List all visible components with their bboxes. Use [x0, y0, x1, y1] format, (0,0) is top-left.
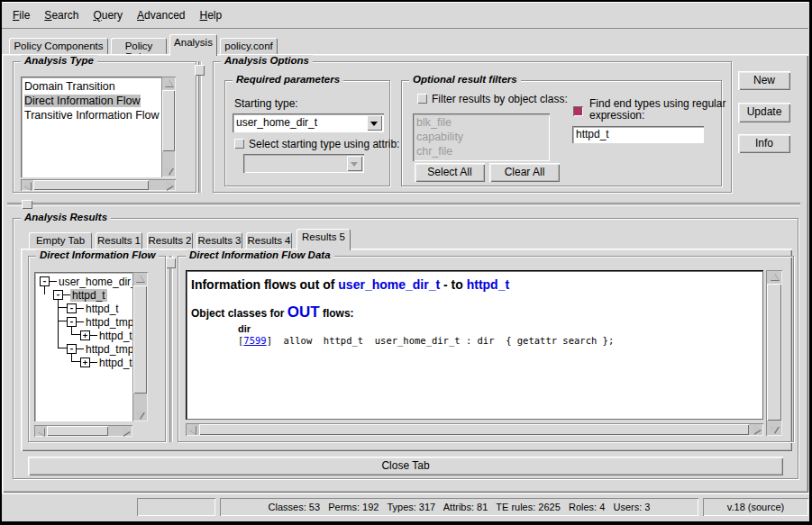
flow-data-title: Direct Information Flow Data: [186, 249, 334, 260]
tab-results-5[interactable]: Results 5: [297, 229, 351, 250]
expand-icon[interactable]: +: [80, 330, 90, 340]
object-class-listbox-disabled: blk_file capability chr_file: [413, 113, 550, 161]
apol-window: File Search Query Advanced Help Policy C…: [0, 0, 812, 525]
data-hscrollbar[interactable]: [186, 423, 763, 436]
tab-results-4[interactable]: Results 4: [246, 232, 292, 249]
rule-line: [7599] allow httpd_t user_home_dir_t : d…: [238, 335, 763, 346]
optional-filters-title: Optional result filters: [409, 74, 521, 85]
menu-file[interactable]: File: [5, 6, 37, 24]
flow-tree[interactable]: -user_home_dir_t -httpd_t -httpd_t -http…: [34, 272, 132, 421]
tree-node[interactable]: +httpd_t: [80, 356, 132, 369]
list-item[interactable]: Domain Transition: [21, 79, 161, 94]
scroll-left-icon[interactable]: [37, 427, 44, 436]
object-classes-line: Object classes for OUT flows:: [191, 303, 763, 321]
filter-by-class-checkbox[interactable]: [417, 94, 427, 104]
tab-policy-conf[interactable]: policy.conf: [220, 38, 278, 54]
scroll-down-icon[interactable]: [770, 426, 779, 433]
flow-data-textarea[interactable]: Information flows out of user_home_dir_t…: [186, 270, 763, 420]
collapse-icon[interactable]: -: [40, 276, 50, 286]
list-item[interactable]: Transitive Information Flow: [21, 108, 161, 122]
attrib-checkbox-label: Select starting type using attrib:: [249, 138, 399, 150]
tab-results-3[interactable]: Results 3: [196, 232, 242, 249]
data-vscrollbar[interactable]: [766, 270, 782, 436]
collapse-icon[interactable]: -: [67, 303, 77, 313]
scroll-up-icon[interactable]: [164, 79, 173, 86]
scrollbar-thumb[interactable]: [33, 180, 149, 190]
tree-node[interactable]: -httpd_t: [67, 302, 121, 315]
pane-sash-line: [7, 204, 800, 205]
menu-advanced[interactable]: Advanced: [130, 6, 192, 24]
combo-dropdown-icon[interactable]: [367, 115, 382, 131]
scroll-up-icon[interactable]: [135, 275, 144, 282]
tab-results-2[interactable]: Results 2: [147, 232, 193, 249]
analysis-type-listbox[interactable]: Domain Transition Direct Information Flo…: [21, 77, 161, 177]
tree-node[interactable]: -httpd_t: [53, 288, 107, 302]
tree-node[interactable]: -httpd_tmp_t: [67, 315, 132, 329]
menu-bar: File Search Query Advanced Help: [2, 2, 808, 29]
menu-search[interactable]: Search: [37, 6, 86, 24]
tab-analysis[interactable]: Analysis: [169, 34, 217, 56]
pane-sash-handle[interactable]: [195, 65, 205, 76]
list-item: capability: [413, 130, 550, 144]
scroll-down-icon[interactable]: [164, 167, 173, 175]
pane-sash-handle[interactable]: [22, 200, 32, 209]
pane-sash-line: [170, 256, 172, 442]
scrollbar-thumb[interactable]: [47, 426, 108, 436]
regex-checkbox-label-2: expression:: [589, 109, 644, 122]
scrollbar-thumb[interactable]: [133, 285, 147, 394]
analysis-results-title: Analysis Results: [21, 212, 111, 222]
flow-data-group: Direct Information Flow Data Information…: [178, 256, 794, 442]
starting-type-label: Starting type:: [234, 97, 298, 110]
optional-filters-group: Optional result filters Filter results b…: [401, 80, 722, 186]
regex-input[interactable]: httpd_t: [572, 126, 704, 143]
rule-id-link[interactable]: 7599: [243, 335, 266, 346]
collapse-icon[interactable]: -: [67, 317, 77, 327]
analysis-type-group: Analysis Type Domain Transition Direct I…: [13, 61, 196, 193]
tab-policy-components[interactable]: Policy Components: [9, 38, 108, 54]
regex-checkbox-label-1: Find end types using regular: [589, 97, 725, 110]
starting-type-combobox[interactable]: user_home_dir_t: [233, 113, 384, 132]
scroll-right-icon[interactable]: [123, 427, 130, 436]
close-tab-button[interactable]: Close Tab: [28, 457, 783, 475]
scroll-left-icon[interactable]: [188, 425, 196, 434]
flow-tree-group: Direct Information Flow Tree -: [28, 256, 166, 442]
select-all-button[interactable]: Select All: [415, 163, 485, 182]
analysis-results-group: Analysis Results Empty Tab Results 1 Res…: [13, 218, 798, 479]
menu-help[interactable]: Help: [192, 6, 229, 24]
collapse-icon[interactable]: -: [53, 290, 63, 300]
tree-hscrollbar[interactable]: [34, 425, 132, 437]
attrib-combobox-disabled: [243, 154, 364, 173]
tab-results-1[interactable]: Results 1: [96, 232, 142, 249]
menu-query[interactable]: Query: [86, 6, 130, 24]
scroll-down-icon[interactable]: [135, 412, 144, 419]
pane-sash-line: [199, 61, 201, 193]
attrib-checkbox[interactable]: [234, 139, 244, 149]
scroll-right-icon[interactable]: [753, 425, 761, 434]
scroll-right-icon[interactable]: [166, 181, 173, 190]
clear-all-button[interactable]: Clear All: [489, 163, 560, 182]
info-button[interactable]: Info: [738, 134, 790, 153]
update-button[interactable]: Update: [738, 103, 790, 122]
tab-policy-rules[interactable]: Policy Rules: [111, 38, 167, 54]
tree-vscrollbar[interactable]: [132, 272, 148, 421]
scroll-up-icon[interactable]: [770, 273, 779, 280]
scrollbar-thumb[interactable]: [199, 424, 749, 435]
new-button[interactable]: New: [738, 71, 790, 90]
scrollbar-thumb[interactable]: [767, 284, 781, 421]
analysis-type-vscrollbar[interactable]: [161, 77, 176, 177]
analysis-options-group: Analysis Options Required parameters Sta…: [213, 61, 732, 193]
tree-node[interactable]: -user_home_dir_t: [40, 275, 132, 288]
tree-node[interactable]: -httpd_tmpfs_t: [67, 342, 132, 356]
collapse-icon[interactable]: -: [67, 344, 77, 354]
analysis-options-title: Analysis Options: [221, 55, 313, 66]
list-item[interactable]: Direct Information Flow: [21, 94, 161, 108]
regex-checkbox[interactable]: [573, 106, 583, 116]
tab-empty-tab[interactable]: Empty Tab: [29, 232, 92, 249]
analysis-type-hscrollbar[interactable]: [21, 179, 176, 191]
tree-node[interactable]: +httpd_t: [80, 329, 132, 342]
scrollbar-thumb[interactable]: [162, 90, 175, 151]
pane-sash-handle[interactable]: [166, 258, 176, 268]
status-empty-field: [137, 498, 215, 516]
scroll-left-icon[interactable]: [23, 181, 31, 190]
expand-icon[interactable]: +: [80, 358, 90, 367]
